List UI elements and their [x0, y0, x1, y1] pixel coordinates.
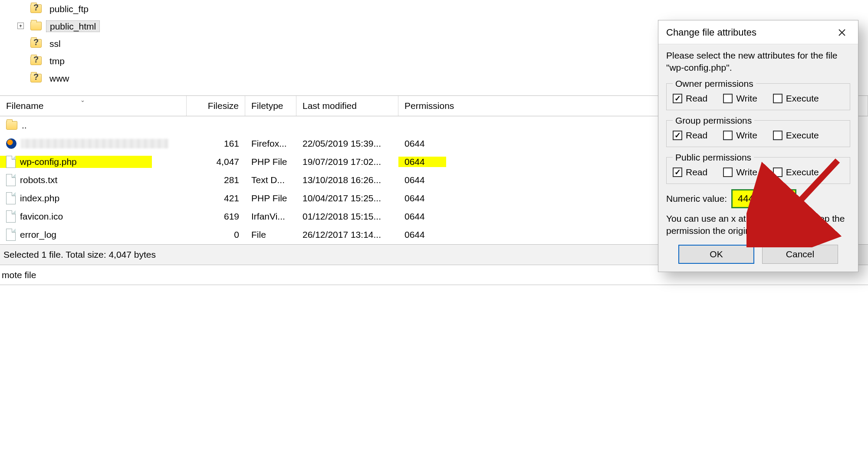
col-filename[interactable]: Filename ⌄ — [0, 96, 187, 116]
redacted-filename — [21, 139, 168, 148]
file-permissions: 0644 — [398, 157, 446, 167]
folder-unknown-icon — [30, 56, 42, 65]
group-legend: Group permissions — [673, 115, 754, 126]
col-lastmodified[interactable]: Last modified — [296, 96, 398, 116]
change-attributes-dialog: Change file attributes Please select the… — [658, 20, 858, 272]
cancel-button[interactable]: Cancel — [762, 245, 838, 264]
checkbox-icon — [723, 94, 733, 103]
file-icon — [6, 210, 16, 223]
file-name-cell: wp-config.php — [0, 156, 152, 168]
file-size: 161 — [187, 138, 245, 149]
public-legend: Public permissions — [673, 152, 754, 163]
file-name-cell: favicon.ico — [0, 210, 187, 223]
file-permissions: 0644 — [398, 230, 446, 240]
owner-execute-checkbox[interactable]: Execute — [773, 93, 819, 104]
file-modified: 22/05/2019 15:39... — [296, 138, 398, 149]
file-name: index.php — [20, 193, 59, 203]
group-permissions-group: Group permissions Read Write Execute — [666, 115, 850, 147]
checkbox-icon — [673, 167, 682, 177]
tree-item-label: public_ftp — [46, 3, 92, 14]
file-name-cell: error_log — [0, 229, 187, 241]
tree-connector-icon — [13, 0, 30, 17]
dialog-hint: You can use an x at any position to keep… — [666, 213, 850, 237]
folder-icon — [30, 22, 42, 30]
public-read-checkbox[interactable]: Read — [673, 167, 707, 177]
numeric-value-label: Numeric value: — [666, 194, 727, 204]
ok-button[interactable]: OK — [678, 245, 754, 264]
folder-unknown-icon — [30, 74, 42, 82]
folder-up-icon — [6, 121, 17, 130]
status-text: Selected 1 file. Total size: 4,047 bytes — [3, 249, 156, 260]
checkbox-icon — [673, 131, 682, 140]
checkbox-icon — [773, 167, 783, 177]
file-modified: 10/04/2017 15:25... — [296, 193, 398, 203]
file-type: PHP File — [245, 193, 296, 203]
tree-connector-icon — [13, 35, 30, 52]
file-name: favicon.ico — [20, 211, 63, 222]
checkbox-icon — [773, 131, 783, 140]
file-name: robots.txt — [20, 175, 57, 185]
file-permissions: 0644 — [398, 138, 446, 149]
sort-indicator-icon: ⌄ — [80, 97, 85, 103]
owner-write-checkbox[interactable]: Write — [723, 93, 757, 104]
checkbox-icon — [773, 94, 783, 103]
tree-connector-icon: + — [13, 17, 30, 35]
file-size: 421 — [187, 193, 245, 203]
checkbox-icon — [723, 167, 733, 177]
owner-read-checkbox[interactable]: Read — [673, 93, 707, 104]
file-type: IrfanVi... — [245, 211, 296, 222]
file-icon — [6, 192, 16, 204]
file-permissions: 0644 — [398, 175, 446, 185]
tree-item-label: ssl — [46, 38, 64, 49]
file-type: PHP File — [245, 157, 296, 167]
tree-item[interactable]: public_ftp — [0, 0, 868, 17]
file-name-cell: index.php — [0, 192, 187, 204]
file-size: 0 — [187, 230, 245, 240]
file-type: File — [245, 230, 296, 240]
close-icon — [838, 29, 846, 36]
file-icon — [6, 174, 16, 186]
group-write-checkbox[interactable]: Write — [723, 130, 757, 141]
dialog-titlebar: Change file attributes — [658, 20, 858, 44]
close-button[interactable] — [834, 26, 850, 39]
file-size: 619 — [187, 211, 245, 222]
file-modified: 19/07/2019 17:02... — [296, 157, 398, 167]
tree-connector-icon — [13, 52, 30, 69]
group-execute-checkbox[interactable]: Execute — [773, 130, 819, 141]
folder-unknown-icon — [30, 39, 42, 48]
file-size: 4,047 — [187, 157, 245, 167]
col-filetype[interactable]: Filetype — [245, 96, 296, 116]
public-execute-checkbox[interactable]: Execute — [773, 167, 819, 177]
remote-file-label: mote file — [2, 270, 36, 280]
folder-unknown-icon — [30, 4, 42, 13]
file-permissions: 0644 — [398, 211, 446, 222]
tree-item-label: www — [46, 73, 73, 84]
file-type: Text D... — [245, 175, 296, 185]
file-icon — [6, 156, 16, 168]
public-write-checkbox[interactable]: Write — [723, 167, 757, 177]
file-size: 281 — [187, 175, 245, 185]
public-permissions-group: Public permissions Read Write Execute — [666, 152, 850, 184]
owner-permissions-group: Owner permissions Read Write Execute — [666, 79, 850, 110]
checkbox-icon — [673, 94, 682, 103]
file-name-cell: robots.txt — [0, 174, 187, 186]
checkbox-icon — [723, 131, 733, 140]
dialog-body: Please select the new attributes for the… — [658, 44, 858, 272]
col-filename-label: Filename — [6, 101, 43, 111]
col-filesize[interactable]: Filesize — [187, 96, 245, 116]
file-name: error_log — [20, 230, 56, 240]
owner-legend: Owner permissions — [673, 79, 756, 89]
group-read-checkbox[interactable]: Read — [673, 130, 707, 141]
file-name: wp-config.php — [20, 157, 77, 167]
file-modified: 26/12/2017 13:14... — [296, 230, 398, 240]
numeric-value-input[interactable]: 444 — [731, 189, 796, 208]
file-type: Firefox... — [245, 138, 296, 149]
file-name-cell — [0, 138, 187, 149]
dialog-title: Change file attributes — [666, 27, 756, 38]
dialog-instruction: Please select the new attributes for the… — [666, 49, 850, 74]
expand-icon[interactable]: + — [17, 23, 24, 29]
file-permissions: 0644 — [398, 193, 446, 203]
file-modified: 01/12/2018 15:15... — [296, 211, 398, 222]
tree-item-label: tmp — [46, 56, 68, 66]
file-icon — [6, 229, 16, 241]
